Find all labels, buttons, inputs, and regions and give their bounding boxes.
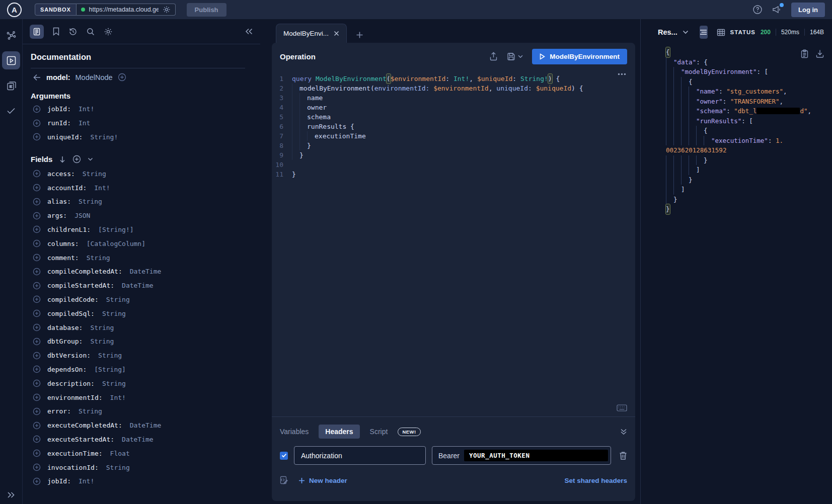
breadcrumb-type-link[interactable]: ModelNode bbox=[75, 73, 113, 81]
add-field-icon[interactable] bbox=[33, 449, 41, 457]
collapse-panel-icon[interactable] bbox=[620, 428, 627, 435]
field-name[interactable]: runId: bbox=[47, 119, 71, 127]
field-name[interactable]: compiledCode: bbox=[47, 296, 99, 303]
add-field-icon[interactable] bbox=[33, 133, 41, 141]
add-field-icon[interactable] bbox=[33, 393, 41, 401]
settings-gear-icon[interactable] bbox=[104, 27, 113, 36]
expand-rail-icon[interactable] bbox=[7, 491, 16, 499]
add-field-icon[interactable] bbox=[33, 225, 41, 233]
help-icon[interactable] bbox=[752, 5, 763, 15]
field-name[interactable]: dbtGroup: bbox=[47, 338, 83, 345]
add-field-icon[interactable] bbox=[33, 282, 41, 290]
add-field-icon[interactable] bbox=[33, 170, 41, 178]
field-name[interactable]: columns: bbox=[47, 240, 79, 247]
endpoint-url-input[interactable]: https://metadata.cloud.getd bbox=[77, 4, 176, 16]
field-name[interactable]: accountId: bbox=[47, 184, 87, 192]
add-field-icon[interactable] bbox=[33, 323, 41, 331]
login-button[interactable]: Log in bbox=[791, 3, 825, 17]
field-type[interactable]: Float bbox=[110, 450, 130, 457]
add-field-icon[interactable] bbox=[33, 477, 41, 485]
copy-response-icon[interactable] bbox=[801, 49, 808, 58]
table-view-toggle-icon[interactable] bbox=[717, 29, 725, 36]
code-line[interactable]: 9} bbox=[272, 150, 635, 160]
add-field-icon[interactable] bbox=[33, 338, 41, 346]
header-name-input[interactable]: Authorization bbox=[294, 446, 426, 465]
field-name[interactable]: dbtVersion: bbox=[47, 352, 91, 359]
publish-button[interactable]: Publish bbox=[187, 3, 226, 17]
rail-checks-icon[interactable] bbox=[2, 102, 20, 120]
field-name[interactable]: args: bbox=[47, 212, 67, 219]
keyboard-shortcuts-icon[interactable] bbox=[617, 404, 627, 411]
add-field-icon[interactable] bbox=[33, 379, 41, 387]
add-field-icon[interactable] bbox=[33, 239, 41, 247]
code-line[interactable]: 8} bbox=[272, 141, 635, 150]
tab-variables[interactable]: Variables bbox=[280, 428, 309, 436]
add-field-icon[interactable] bbox=[33, 268, 41, 276]
tab-script[interactable]: Script bbox=[370, 428, 388, 436]
field-name[interactable]: jobId: bbox=[47, 105, 71, 113]
save-options-chevron-icon[interactable] bbox=[518, 55, 523, 58]
field-type[interactable]: Int! bbox=[110, 394, 126, 401]
add-field-icon[interactable] bbox=[33, 463, 41, 471]
rail-changelog-icon[interactable] bbox=[2, 76, 20, 95]
field-type[interactable]: Int! bbox=[79, 105, 94, 113]
endpoint-settings-gear-icon[interactable] bbox=[163, 6, 171, 14]
field-name[interactable]: uniqueId: bbox=[47, 133, 83, 141]
field-name[interactable]: invocationId: bbox=[47, 464, 99, 471]
add-field-icon[interactable] bbox=[33, 254, 41, 262]
add-field-icon[interactable] bbox=[33, 352, 41, 360]
search-icon[interactable] bbox=[86, 27, 95, 36]
field-type[interactable]: String! bbox=[90, 133, 118, 141]
announcements-megaphone-icon[interactable] bbox=[772, 5, 782, 15]
save-icon[interactable] bbox=[507, 52, 515, 61]
add-type-icon[interactable] bbox=[118, 73, 126, 81]
code-line[interactable]: 1query ModelByEnvironment($environmentId… bbox=[272, 74, 635, 83]
code-line[interactable]: 2modelByEnvironment(environmentId: $envi… bbox=[272, 83, 635, 93]
field-type[interactable]: String bbox=[90, 338, 114, 345]
field-type[interactable]: String bbox=[79, 407, 102, 415]
field-type[interactable]: String bbox=[106, 296, 130, 303]
docs-tab-icon[interactable] bbox=[30, 25, 44, 39]
field-type[interactable]: Int! bbox=[79, 477, 94, 485]
bookmarks-icon[interactable] bbox=[52, 27, 60, 36]
field-name[interactable]: compileCompletedAt: bbox=[47, 268, 122, 275]
field-type[interactable]: DateTime bbox=[122, 282, 154, 289]
field-type[interactable]: DateTime bbox=[122, 436, 154, 443]
response-dropdown-chevron-icon[interactable] bbox=[683, 30, 689, 34]
save-operation-group[interactable] bbox=[507, 52, 523, 61]
code-line[interactable]: 10 bbox=[272, 160, 635, 170]
add-field-icon[interactable] bbox=[33, 407, 41, 415]
add-field-icon[interactable] bbox=[33, 365, 41, 373]
add-field-icon[interactable] bbox=[33, 435, 41, 443]
field-type[interactable]: Int bbox=[79, 119, 90, 127]
field-type[interactable]: String bbox=[90, 324, 114, 331]
field-type[interactable]: DateTime bbox=[130, 268, 162, 275]
field-type[interactable]: String bbox=[106, 464, 130, 471]
operation-tab[interactable]: ModelByEnvi... bbox=[276, 24, 347, 43]
add-all-fields-icon[interactable] bbox=[72, 155, 81, 163]
code-line[interactable]: 7executionTime bbox=[272, 131, 635, 141]
add-field-icon[interactable] bbox=[33, 212, 41, 220]
field-name[interactable]: jobId: bbox=[47, 477, 71, 485]
field-type[interactable]: String bbox=[83, 170, 106, 178]
code-line[interactable]: 5schema bbox=[272, 112, 635, 122]
field-type[interactable]: [String] bbox=[94, 366, 126, 373]
delete-header-icon[interactable] bbox=[619, 451, 627, 460]
share-operation-icon[interactable] bbox=[489, 52, 498, 61]
add-field-icon[interactable] bbox=[33, 119, 41, 127]
field-name[interactable]: alias: bbox=[47, 198, 71, 205]
field-type[interactable]: [CatalogColumn] bbox=[87, 240, 145, 247]
field-name[interactable]: error: bbox=[47, 407, 71, 415]
field-name[interactable]: environmentId: bbox=[47, 394, 103, 401]
field-name[interactable]: executeStartedAt: bbox=[47, 436, 114, 443]
add-field-icon[interactable] bbox=[33, 295, 41, 303]
environment-variables-icon[interactable] bbox=[280, 476, 288, 485]
field-type[interactable]: String bbox=[98, 352, 122, 359]
field-type[interactable]: DateTime bbox=[130, 422, 162, 429]
field-name[interactable]: childrenL1: bbox=[47, 226, 91, 233]
field-type[interactable]: [String!] bbox=[98, 226, 133, 233]
rail-explorer-icon[interactable] bbox=[2, 51, 20, 69]
field-name[interactable]: comment: bbox=[47, 254, 79, 262]
new-tab-icon[interactable] bbox=[356, 31, 363, 39]
add-field-icon[interactable] bbox=[33, 105, 41, 113]
